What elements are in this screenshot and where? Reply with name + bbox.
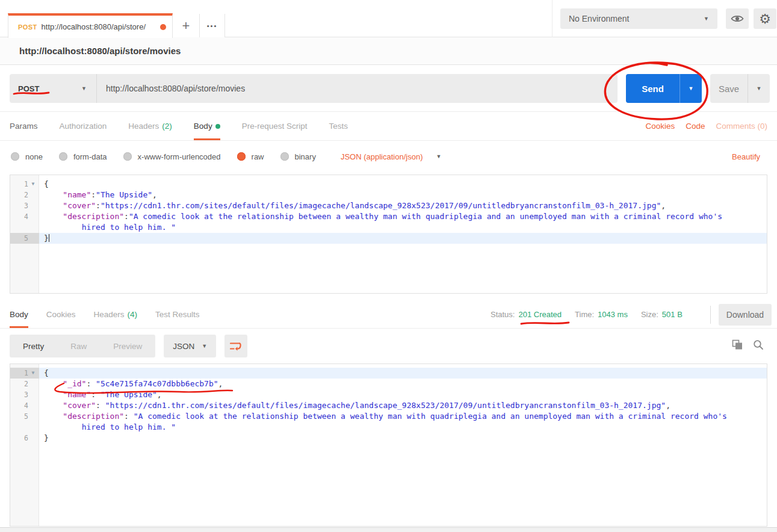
- beautify-link[interactable]: Beautify: [732, 152, 760, 161]
- code-token: :: [91, 190, 96, 199]
- tab-headers[interactable]: Headers(2): [128, 112, 172, 140]
- save-options-button[interactable]: ▼: [748, 74, 770, 103]
- save-button[interactable]: Save: [710, 74, 748, 103]
- code-line-3: 3 "name": "The Upside",: [10, 389, 767, 400]
- code-token: :: [96, 401, 105, 410]
- body-type-none[interactable]: none: [11, 152, 43, 161]
- body-type-raw[interactable]: raw: [237, 152, 264, 161]
- tab-params[interactable]: Params: [10, 112, 38, 140]
- line-number: 6: [10, 433, 28, 444]
- gutter: 5: [10, 233, 39, 244]
- settings-button[interactable]: ⚙: [754, 8, 776, 29]
- fold-caret-icon: ▼: [28, 179, 38, 190]
- search-icon: [753, 339, 764, 350]
- copy-response-button[interactable]: [732, 339, 743, 353]
- response-meta-row: BodyCookiesHeaders(4)Test Results Status…: [0, 301, 777, 329]
- send-options-button[interactable]: ▼: [679, 74, 702, 103]
- app-header: POST http://localhost:8080/api/store/ + …: [0, 0, 777, 37]
- wrap-text-icon: [230, 341, 242, 351]
- url-input[interactable]: http://localhost:8080/api/store/movies: [97, 74, 618, 103]
- tab-label: Headers: [128, 122, 159, 131]
- send-button[interactable]: Send: [626, 74, 679, 103]
- environment-quicklook-button[interactable]: [726, 8, 749, 29]
- gutter: 4: [10, 400, 39, 411]
- tab-label: Cookies: [46, 310, 76, 319]
- tab-authorization[interactable]: Authorization: [60, 112, 107, 140]
- tab-label: Test Results: [155, 310, 200, 319]
- tab-body[interactable]: Body: [194, 112, 220, 140]
- tab-pre-request-script[interactable]: Pre-request Script: [242, 112, 308, 140]
- code-content: "cover": "https://cdn1.thr.com/sites/def…: [39, 400, 767, 411]
- view-preview[interactable]: Preview: [100, 342, 155, 351]
- body-type-x-www-form-urlencoded[interactable]: x-www-form-urlencoded: [123, 152, 221, 161]
- bottom-strip: [0, 527, 777, 532]
- content-type-value: JSON (application/json): [341, 152, 423, 161]
- download-button[interactable]: Download: [719, 304, 772, 326]
- link-code[interactable]: Code: [686, 122, 705, 131]
- code-token: "_id": [63, 379, 86, 388]
- code-token: "cover": [63, 201, 96, 210]
- new-tab-button[interactable]: +: [173, 14, 200, 37]
- code-line-4: 4 "description":"A comedic look at the r…: [10, 211, 767, 233]
- response-tab-body[interactable]: Body: [10, 301, 28, 328]
- response-view-switcher: PrettyRawPreview: [10, 335, 155, 357]
- code-token: "https://cdn1.thr.com/sites/default/file…: [105, 401, 666, 410]
- code-line-2: 2 "name":"The Upside",: [10, 190, 767, 200]
- method-value: POST: [18, 84, 39, 93]
- chevron-down-icon: ▼: [689, 85, 694, 91]
- size-label: Size:: [641, 310, 658, 319]
- code-token: }: [44, 234, 49, 243]
- code-content: "name":"The Upside",: [39, 190, 767, 200]
- postman-window: POST http://localhost:8080/api/store/ + …: [0, 0, 777, 532]
- code-token: "https://cdn1.thr.com/sites/default/file…: [101, 201, 661, 210]
- body-type-options: noneform-datax-www-form-urlencodedrawbin…: [11, 152, 332, 161]
- wrap-lines-button[interactable]: [224, 335, 247, 357]
- response-tab-test-results[interactable]: Test Results: [155, 301, 200, 328]
- line-number: 2: [10, 190, 28, 200]
- tab-options-button[interactable]: •••: [200, 14, 225, 37]
- code-token: {: [44, 368, 49, 377]
- body-type-form-data[interactable]: form-data: [59, 152, 107, 161]
- fold-spacer: [28, 233, 38, 244]
- unsaved-changes-dot: [160, 24, 166, 30]
- code-token: [44, 401, 63, 410]
- code-line-3: 3 "cover":"https://cdn1.thr.com/sites/de…: [10, 200, 767, 211]
- search-response-button[interactable]: [753, 339, 764, 353]
- response-tab-headers[interactable]: Headers(4): [94, 301, 138, 328]
- request-tab[interactable]: POST http://localhost:8080/api/store/: [8, 13, 173, 38]
- response-format-selector[interactable]: JSON ▼: [164, 335, 216, 357]
- response-tab-cookies[interactable]: Cookies: [46, 301, 76, 328]
- code-token: ,: [661, 201, 666, 210]
- body-set-indicator-dot: [215, 124, 220, 129]
- code-line-4: 4 "cover": "https://cdn1.thr.com/sites/d…: [10, 400, 767, 411]
- link-comments-0-[interactable]: Comments (0): [716, 122, 767, 131]
- radio-label: none: [25, 152, 43, 161]
- tab-tests[interactable]: Tests: [329, 112, 348, 140]
- link-cookies[interactable]: Cookies: [645, 122, 675, 131]
- gutter: 6: [10, 433, 39, 444]
- tab-label: Tests: [329, 122, 348, 131]
- content-type-selector[interactable]: JSON (application/json) ▼: [341, 152, 441, 161]
- code-token: :: [124, 412, 134, 421]
- gutter: 5: [10, 411, 39, 433]
- method-selector[interactable]: POST ▼: [10, 74, 97, 103]
- view-raw[interactable]: Raw: [57, 342, 100, 351]
- view-pretty[interactable]: Pretty: [10, 342, 57, 351]
- request-body-editor[interactable]: 1▼{2 "name":"The Upside",3 "cover":"http…: [10, 175, 767, 294]
- fold-caret-icon: ▼: [28, 368, 38, 379]
- code-token: "The Upside": [101, 390, 157, 399]
- text-cursor: [49, 234, 49, 242]
- send-button-group: Send ▼: [626, 74, 702, 103]
- code-token: "name": [63, 190, 91, 199]
- radio-icon: [11, 152, 19, 161]
- radio-label: binary: [295, 152, 316, 161]
- request-title: http://localhost:8080/api/store/movies: [19, 46, 181, 56]
- code-token: ,: [157, 390, 162, 399]
- fold-spacer: [28, 200, 38, 211]
- environment-selector[interactable]: No Environment ▼: [560, 8, 717, 29]
- code-content: {: [39, 368, 767, 379]
- code-token: "A comedic look at the relationship betw…: [44, 412, 727, 431]
- radio-icon: [237, 152, 246, 161]
- gutter: 2: [10, 190, 39, 200]
- body-type-binary[interactable]: binary: [280, 152, 316, 161]
